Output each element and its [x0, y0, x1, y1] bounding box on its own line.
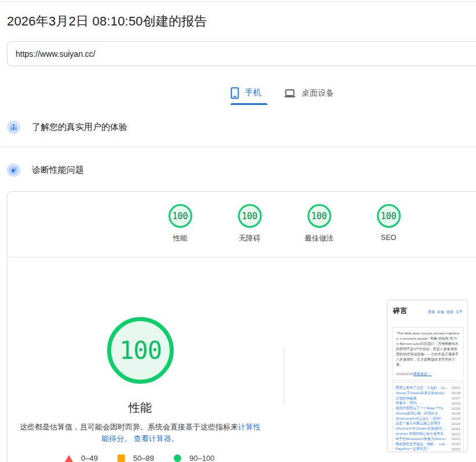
active-tab-underline — [230, 103, 268, 105]
score-best-practices-value: 100 — [307, 204, 331, 228]
score-performance-value: 100 — [169, 204, 192, 228]
thumb-post-row: 网易竟然也开始玩「海鲜」: Lob... 02/20 — [396, 442, 460, 447]
legend-fail: 0–49 — [65, 454, 98, 462]
thumb-post-date: 02/28 — [452, 391, 460, 395]
site-screenshot-thumbnail: 碎言 搜索 标签 链接 关于 "The Web does not just co… — [387, 300, 468, 452]
score-seo[interactable]: 100 SEO — [354, 204, 423, 242]
thumb-post-row: 豆包的神秘感 02/27 — [396, 396, 460, 401]
thumb-post-row: 终于把Windows10更换为Ubuntu 02/22 — [396, 436, 460, 442]
score-accessibility-value: 100 — [238, 204, 262, 228]
legend-pass-range: 90–100 — [189, 454, 214, 462]
tab-desktop[interactable]: 桌面设备 — [284, 82, 334, 104]
thumb-nav-search: 搜索 — [428, 310, 435, 315]
score-seo-value: 100 — [377, 204, 401, 228]
pass-circle-icon — [174, 454, 181, 462]
tab-mobile-label: 手机 — [245, 88, 261, 98]
thumb-post-row: 我用大模型写了一个Edge TTS... 02/26 — [396, 406, 460, 411]
top-divider — [0, 1, 476, 2]
legend-pass: 90–100 — [174, 454, 214, 462]
thumb-post-title: vimtutor 掌握的核心命令速查表 — [396, 431, 449, 436]
calculator-link[interactable]: 查看计算器。 — [134, 434, 179, 443]
thumb-post-title: 我用大模型写了一个Edge TTS... — [396, 406, 449, 411]
thumb-post-date: 02/23 — [452, 427, 460, 431]
thumb-post-title: Pagefind一定要慎用！ — [396, 447, 449, 452]
laptop-icon — [284, 89, 296, 99]
thumb-site-header: 碎言 搜索 标签 链接 关于 — [393, 306, 463, 316]
thumb-quote-card: "The Web does not just connect machines,… — [392, 327, 464, 381]
users-chart-icon — [7, 121, 20, 134]
thumb-post-title: 在Ubuntu24.04上运行《原神》 — [396, 416, 449, 421]
thumb-quote-text: "The Web does not just connect machines,… — [396, 331, 460, 368]
thumb-site-title: 碎言 — [393, 306, 407, 316]
score-legend: 0–49 50–89 90–100 — [65, 454, 234, 462]
thumb-post-row: Ubuntu24.04 Docker安装|疑问... 02/23 — [396, 426, 460, 431]
url-input[interactable] — [7, 41, 476, 66]
tab-desktop-label: 桌面设备 — [302, 88, 334, 99]
thumb-nav-about: 关于 — [456, 310, 463, 315]
speedometer-icon — [7, 163, 20, 177]
thumb-post-title: 终于把Windows10更换为Ubuntu — [396, 436, 449, 442]
thumb-post-title: 阿里云发布了自己「小龙虾」Co... — [396, 385, 449, 391]
section-field-data-label: 了解您的真实用户的体验 — [32, 122, 127, 133]
score-best-practices[interactable]: 100 最佳做法 — [284, 204, 354, 243]
thumb-posts-card: 阿里云发布了自己「小龙虾」Co... 03/01 Ubuntu下docker部署… — [392, 382, 464, 452]
performance-gauge-label: 性能 — [82, 400, 198, 416]
section-diagnose-label: 诊断性能问题 — [32, 165, 84, 176]
thumb-post-date: 02/27 — [452, 396, 460, 400]
thumb-post-date: 02/20 — [452, 448, 460, 451]
estimate-note-text: 这些都是估算值，且可能会因时而异。系统会直接基于这些指标来 — [20, 423, 238, 431]
thumb-post-row: 这是一篇写在爬山路上的博文 02/24 — [396, 421, 460, 427]
thumb-post-title: 网易竟然也开始玩「海鲜」: Lob... — [396, 442, 449, 447]
thumb-post-row: 在Ubuntu24.04上运行《原神》 02/24 — [396, 416, 460, 421]
thumb-post-row: vimtutor 掌握的核心命令速查表 02/23 — [396, 431, 460, 436]
thumb-post-row: Pagefind一定要慎用！ 02/20 — [396, 447, 460, 452]
section-divider — [0, 147, 476, 147]
thumb-post-row: 准备写「周刊」.... 02/26 — [396, 401, 460, 406]
thumb-quote-date: 2026/02/28 — [396, 372, 413, 376]
thumb-post-date: 02/22 — [452, 437, 460, 441]
phone-icon — [230, 87, 239, 99]
thumb-post-title: 豆包的神秘感 — [396, 396, 449, 401]
thumb-site-nav: 搜索 标签 链接 关于 — [428, 310, 463, 315]
performance-gauge: 100 — [107, 317, 174, 384]
thumb-post-row: Ubuntu下docker部署安装MySQ... 02/28 — [396, 391, 460, 396]
thumb-post-row: Ubuntu使用心得，应用分享 02/25 — [396, 411, 460, 416]
thumb-post-date: 02/20 — [452, 442, 460, 446]
fail-triangle-icon — [65, 455, 73, 462]
thumb-post-date: 02/24 — [452, 417, 460, 420]
thumb-nav-tags: 标签 — [437, 310, 444, 315]
legend-average: 50–89 — [118, 454, 154, 462]
thumb-post-date: 02/26 — [452, 407, 460, 410]
thumb-nav-links: 链接 — [446, 310, 453, 315]
thumb-post-title: 这是一篇写在爬山路上的博文 — [396, 421, 449, 427]
legend-fail-range: 0–49 — [81, 454, 98, 462]
score-performance-label: 性能 — [173, 234, 188, 243]
thumb-more-link: 查看更多 → — [413, 372, 432, 376]
section-diagnose[interactable]: 诊断性能问题 — [7, 163, 84, 177]
thumb-quote-footer: 2026/02/28查看更多 → — [396, 372, 460, 377]
thumb-post-title: Ubuntu24.04 Docker安装|疑问... — [396, 426, 449, 431]
thumb-post-date: 02/26 — [452, 402, 460, 405]
card-inner-divider — [8, 257, 476, 257]
section-field-data[interactable]: 了解您的真实用户的体验 — [7, 121, 127, 134]
thumb-post-date: 02/25 — [452, 412, 460, 415]
score-accessibility-label: 无障碍 — [239, 234, 261, 243]
tab-mobile[interactable]: 手机 — [230, 82, 261, 104]
average-square-icon — [118, 454, 125, 462]
thumb-post-title: Ubuntu下docker部署安装MySQ... — [396, 391, 449, 396]
thumb-post-date: 02/24 — [452, 422, 460, 425]
legend-average-range: 50–89 — [133, 454, 154, 462]
thumb-post-date: 03/01 — [452, 386, 460, 390]
performance-gauge-value: 100 — [119, 336, 162, 365]
score-performance[interactable]: 100 性能 — [145, 204, 215, 243]
thumb-post-title: Ubuntu使用心得，应用分享 — [396, 411, 449, 416]
score-seo-label: SEO — [381, 234, 396, 242]
thumb-post-row: 阿里云发布了自己「小龙虾」Co... 03/01 — [396, 385, 460, 391]
score-best-practices-label: 最佳做法 — [305, 234, 334, 243]
thumb-post-date: 02/23 — [452, 432, 460, 436]
thumb-post-title: 准备写「周刊」.... — [396, 401, 449, 406]
report-title: 2026年3月2日 08:10:50创建的报告 — [7, 13, 207, 30]
score-accessibility[interactable]: 100 无障碍 — [215, 204, 284, 243]
estimate-note: 这些都是估算值，且可能会因时而异。系统会直接基于这些指标来计算性能得分。 查看计… — [19, 421, 262, 445]
gauge-vertical-divider — [284, 348, 284, 405]
